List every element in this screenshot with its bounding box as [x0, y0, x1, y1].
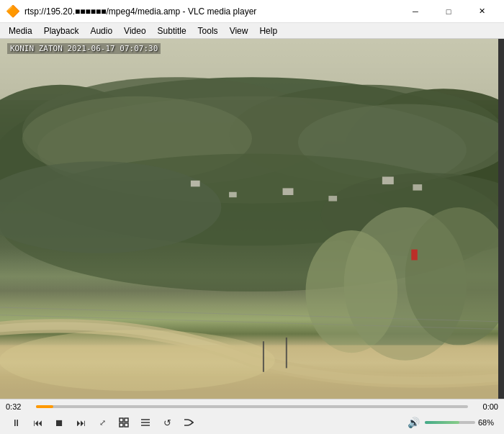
- previous-icon: ⏮: [33, 417, 42, 428]
- volume-icon: 🔊: [408, 417, 420, 428]
- seek-bar[interactable]: [36, 405, 468, 408]
- menu-media[interactable]: Media: [3, 24, 38, 37]
- menu-help[interactable]: Help: [253, 24, 283, 37]
- volume-label: 68%: [478, 418, 498, 427]
- osd-timestamp: KONIN ZATON 2021-06-17 07:07:30: [7, 43, 161, 54]
- control-bar: 0:32 0:00 ⏸ ⏮ ⏹ ⏭ ⤢: [0, 399, 504, 434]
- svg-rect-17: [191, 181, 200, 187]
- svg-rect-30: [120, 423, 123, 427]
- extended-icon: [119, 417, 129, 428]
- volume-bar-fill: [425, 421, 459, 424]
- svg-point-16: [0, 330, 275, 391]
- volume-bar-background: [425, 421, 475, 424]
- menu-tools[interactable]: Tools: [192, 24, 224, 37]
- buttons-row: ⏸ ⏮ ⏹ ⏭ ⤢: [0, 412, 504, 434]
- pause-icon: ⏸: [12, 417, 21, 428]
- menu-playback[interactable]: Playback: [38, 24, 85, 37]
- fullscreen-button[interactable]: ⤢: [92, 414, 112, 431]
- video-scrollbar[interactable]: [498, 39, 504, 399]
- menu-view[interactable]: View: [224, 24, 254, 37]
- loop-button[interactable]: ↺: [157, 414, 177, 431]
- svg-rect-19: [283, 188, 294, 195]
- minimize-button[interactable]: ─: [399, 0, 432, 23]
- svg-rect-22: [413, 184, 422, 191]
- previous-button[interactable]: ⏮: [27, 414, 48, 431]
- menu-video[interactable]: Video: [118, 24, 151, 37]
- extended-settings-button[interactable]: [114, 414, 134, 431]
- random-button[interactable]: [179, 414, 199, 431]
- menu-bar: Media Playback Audio Video Subtitle Tool…: [0, 23, 504, 39]
- title-controls: ─ □ ✕: [399, 0, 498, 23]
- fullscreen-icon: ⤢: [99, 418, 106, 428]
- stop-button[interactable]: ⏹: [49, 414, 69, 431]
- time-current: 0:32: [6, 402, 32, 411]
- volume-slider[interactable]: [425, 417, 475, 428]
- loop-icon: ↺: [163, 417, 171, 428]
- maximize-button[interactable]: □: [432, 0, 465, 23]
- seek-row: 0:32 0:00: [0, 399, 504, 412]
- play-pause-button[interactable]: ⏸: [6, 414, 26, 431]
- svg-rect-31: [125, 423, 128, 427]
- window-title: rtsp://195.20.■■■■■■/mpeg4/media.amp - V…: [24, 6, 256, 17]
- video-area: KONIN ZATON 2021-06-17 07:07:30: [0, 39, 504, 399]
- time-total: 0:00: [472, 402, 498, 411]
- title-left: 🔶 rtsp://195.20.■■■■■■/mpeg4/media.amp -…: [6, 4, 399, 18]
- seek-bar-fill: [36, 405, 53, 408]
- next-button[interactable]: ⏭: [71, 414, 91, 431]
- next-icon: ⏭: [76, 417, 86, 428]
- svg-rect-20: [328, 196, 337, 201]
- playlist-icon: [140, 417, 150, 428]
- title-bar: 🔶 rtsp://195.20.■■■■■■/mpeg4/media.amp -…: [0, 0, 504, 23]
- svg-point-14: [305, 230, 397, 353]
- svg-rect-18: [229, 192, 237, 197]
- close-button[interactable]: ✕: [465, 0, 498, 23]
- volume-section: 🔊 68%: [405, 414, 498, 431]
- svg-rect-28: [120, 418, 123, 422]
- svg-rect-29: [125, 418, 128, 422]
- svg-rect-27: [411, 250, 418, 261]
- stop-icon: ⏹: [55, 417, 64, 428]
- playlist-button[interactable]: [135, 414, 156, 431]
- volume-button[interactable]: 🔊: [405, 414, 422, 431]
- random-icon: [184, 417, 194, 428]
- video-overlay: [0, 39, 504, 399]
- menu-subtitle[interactable]: Subtitle: [152, 24, 192, 37]
- menu-audio[interactable]: Audio: [84, 24, 118, 37]
- svg-rect-21: [382, 176, 394, 184]
- vlc-icon: 🔶: [6, 4, 20, 18]
